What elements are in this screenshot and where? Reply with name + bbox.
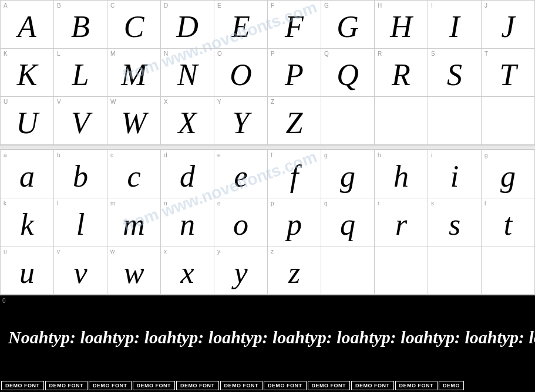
script-sample-text: Noahtyp: loahtyp: loahtyp: loahtyp: loah… [0,325,535,350]
demo-badge: DEMO FONT [395,381,438,390]
demo-badge: DEMO FONT [176,381,219,390]
uppercase-cell-empty [428,97,482,145]
uppercase-cell-M: MM [107,49,161,97]
uppercase-grid: AABBCCDDEEFFGGHHIIJJKKLLMMNNOOPPQQRRSSTT… [0,0,535,145]
uppercase-cell-Z: ZZ [268,97,321,145]
lowercase-cell-empty [482,246,535,295]
demo-badge: DEMO FONT [89,381,132,390]
lowercase-cell-l: ll [54,198,107,246]
lowercase-cell-g: gg [321,150,375,198]
uppercase-cell-J: JJ [482,1,535,49]
lowercase-cell-empty [375,246,428,295]
lowercase-cell-r: rr [375,198,428,246]
uppercase-cell-empty [375,97,428,145]
uppercase-cell-P: PP [268,49,321,97]
demo-badge: DEMO FONT [308,381,351,390]
lowercase-cell-e: ee [214,150,268,198]
uppercase-cell-U: UU [1,97,54,145]
uppercase-cell-R: RR [375,49,428,97]
lowercase-cell-g: gg [482,150,535,198]
uppercase-cell-I: II [428,1,482,49]
lowercase-cell-d: dd [161,150,214,198]
uppercase-cell-B: BB [54,1,107,49]
uppercase-cell-C: CC [107,1,161,49]
lowercase-cell-o: oo [214,198,268,246]
uppercase-cell-D: DD [161,1,214,49]
bottom-row-number: 0 [2,298,6,304]
lowercase-cell-v: vv [54,246,107,295]
uppercase-cell-A: AA [1,1,54,49]
uppercase-cell-F: FF [268,1,321,49]
demo-badge: DEMO FONT [133,381,176,390]
bottom-section: 0 Noahtyp: loahtyp: loahtyp: loahtyp: lo… [0,295,535,392]
lowercase-cell-m: mm [107,198,161,246]
demo-badge: DEMO FONT [220,381,263,390]
demo-badge: DEMO [439,381,464,390]
section-divider [0,145,535,150]
lowercase-cell-s: ss [428,198,482,246]
uppercase-cell-K: KK [1,49,54,97]
uppercase-cell-N: NN [161,49,214,97]
uppercase-cell-empty [482,97,535,145]
uppercase-cell-T: TT [482,49,535,97]
lowercase-cell-z: zz [268,246,321,295]
lowercase-cell-empty [321,246,375,295]
demo-badges-row: DEMO FONTDEMO FONTDEMO FONTDEMO FONTDEMO… [0,379,535,392]
uppercase-cell-Q: QQ [321,49,375,97]
lowercase-grid: aabbccddeeffgghhiiggkkllmmnnooppqqrrsstt… [0,150,535,295]
lowercase-section: aabbccddeeffgghhiiggkkllmmnnooppqqrrsstt… [0,150,535,295]
demo-badge: DEMO FONT [264,381,307,390]
lowercase-cell-i: ii [428,150,482,198]
uppercase-cell-G: GG [321,1,375,49]
lowercase-cell-y: yy [214,246,268,295]
uppercase-cell-H: HH [375,1,428,49]
lowercase-cell-p: pp [268,198,321,246]
lowercase-cell-k: kk [1,198,54,246]
demo-badge: DEMO FONT [1,381,44,390]
lowercase-cell-c: cc [107,150,161,198]
uppercase-cell-empty [321,97,375,145]
lowercase-cell-h: hh [375,150,428,198]
lowercase-cell-x: xx [161,246,214,295]
uppercase-cell-V: VV [54,97,107,145]
lowercase-cell-b: bb [54,150,107,198]
uppercase-cell-Y: YY [214,97,268,145]
demo-badge: DEMO FONT [45,381,88,390]
lowercase-cell-empty [428,246,482,295]
lowercase-cell-w: ww [107,246,161,295]
lowercase-cell-q: qq [321,198,375,246]
uppercase-cell-E: EE [214,1,268,49]
uppercase-section: AABBCCDDEEFFGGHHIIJJKKLLMMNNOOPPQQRRSSTT… [0,0,535,145]
uppercase-cell-L: LL [54,49,107,97]
lowercase-cell-n: nn [161,198,214,246]
lowercase-cell-u: uu [1,246,54,295]
demo-badge: DEMO FONT [351,381,394,390]
main-container: AABBCCDDEEFFGGHHIIJJKKLLMMNNOOPPQQRRSSTT… [0,0,535,392]
lowercase-cell-t: tt [482,198,535,246]
lowercase-cell-a: aa [1,150,54,198]
uppercase-cell-X: XX [161,97,214,145]
uppercase-cell-S: SS [428,49,482,97]
uppercase-cell-O: OO [214,49,268,97]
lowercase-cell-f: ff [268,150,321,198]
uppercase-cell-W: WW [107,97,161,145]
